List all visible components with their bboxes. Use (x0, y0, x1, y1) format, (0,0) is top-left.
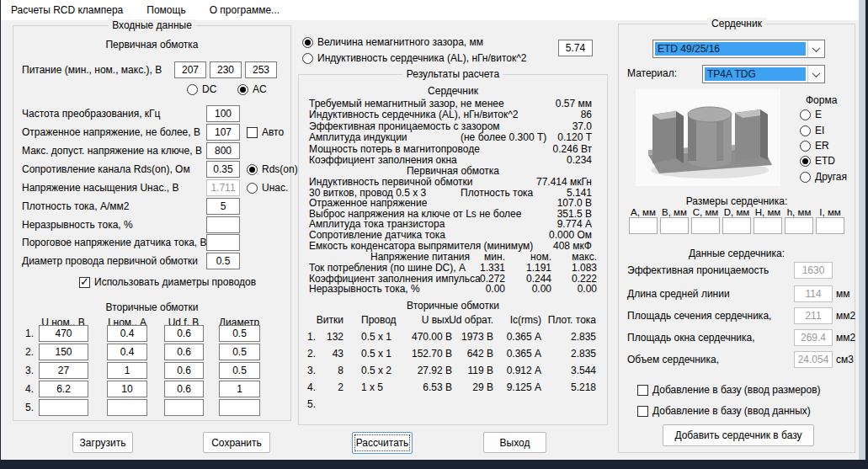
menu-item-calculations[interactable]: Расчеты RCD клампера (11, 0, 123, 20)
gap-value-input[interactable]: 5.74 (558, 40, 593, 56)
shape-radio-other[interactable]: Другая (800, 171, 847, 183)
shape-radio-etd-label: ETD (815, 155, 835, 167)
sec-input-inom-1[interactable]: 0.4 (107, 325, 147, 342)
sec-input-inom-4[interactable]: 10 (107, 381, 147, 397)
dim-input-i[interactable] (816, 217, 844, 234)
cell-udrev: 119 В (468, 362, 493, 379)
calculate-button[interactable]: Рассчитать (352, 432, 413, 454)
reflected-voltage-input[interactable]: 107 (206, 124, 240, 141)
al-radio[interactable]: Индуктивность сердечника (AL), нГн/виток… (302, 52, 526, 64)
dc-radio-label: DC (202, 83, 216, 95)
cell-icrms: 0.365 А (507, 328, 541, 345)
supply-min-input[interactable]: 207 (174, 61, 206, 78)
supply-label: Питание (мин., ном., макс.), В (22, 61, 162, 78)
core-volume-label: Объем сердечника, (627, 351, 719, 368)
current-density-input[interactable]: 5 (206, 198, 240, 215)
primary-wire-diameter-input[interactable]: 0.5 (206, 253, 240, 269)
dim-input-c[interactable] (691, 217, 720, 234)
menu-item-help[interactable]: Помощь (146, 0, 185, 20)
use-diameters-checkbox[interactable]: Использовать диаметры проводов (79, 276, 256, 288)
add-core-to-db-button[interactable]: Добавить сердечник в базу (663, 424, 814, 446)
sec-input-diam-3[interactable]: 0.5 (219, 362, 260, 379)
chevron-down-icon (812, 44, 821, 52)
add-to-db-data-checkbox-label: Добавление в базу (ввод данных) (652, 405, 811, 417)
material-select[interactable]: TP4A TDG (702, 65, 825, 83)
rds-radio[interactable]: Rds(on) (247, 163, 298, 175)
menu-item-about[interactable]: О программе... (210, 0, 280, 20)
sec-input-unom-3[interactable]: 27 (39, 362, 88, 379)
gap-size-radio[interactable]: Величина немагнитного зазора, мм (302, 36, 483, 48)
use-diameters-checkbox-label: Использовать диаметры проводов (94, 276, 256, 288)
dim-input-d[interactable] (722, 217, 751, 234)
continuity-input[interactable] (206, 216, 240, 233)
core-select-dropdown-button[interactable] (807, 40, 824, 57)
mean-path-label: Длина средней линии (627, 285, 730, 302)
results-group-title: Результаты расчета (402, 68, 503, 81)
shape-radio-e[interactable]: E (800, 109, 822, 120)
sec-input-unom-2[interactable]: 150 (39, 344, 88, 360)
input-data-group: Входные данные Первичная обмотка Питание… (13, 25, 291, 421)
sec-input-unom-1[interactable]: 470 (39, 325, 88, 342)
core-select[interactable]: ETD 49/25/16 (652, 40, 825, 58)
result-note: Плотность тока (461, 188, 533, 199)
row-number: 1. (307, 328, 316, 345)
sec-input-inom-2[interactable]: 0.4 (107, 344, 147, 360)
sec-input-udf-4[interactable]: 0.6 (164, 381, 204, 397)
add-to-db-data-checkbox[interactable]: Добавление в базу (ввод данных) (637, 405, 811, 417)
reflected-voltage-label: Отраженное напряжение, не более, В (22, 124, 200, 141)
shape-radio-etd[interactable]: ETD (800, 155, 835, 167)
material-label: Материал: (627, 65, 677, 82)
sec-input-diam-5[interactable] (219, 399, 260, 416)
sec-input-diam-1[interactable]: 0.5 (219, 325, 260, 342)
auto-checkbox[interactable]: Авто (247, 126, 284, 138)
dim-input-a[interactable] (629, 217, 658, 234)
shape-radio-er[interactable]: ER (800, 140, 829, 152)
dim-header-h-small: h, мм (782, 207, 816, 217)
sec-input-diam-2[interactable]: 0.5 (219, 344, 260, 360)
add-to-db-dimensions-checkbox[interactable]: Добавление в базу (ввод размеров) (637, 384, 821, 396)
supply-max-input[interactable]: 253 (245, 61, 277, 78)
sec-row-number: 2. (25, 344, 34, 360)
rds-input[interactable]: 0.35 (206, 161, 240, 178)
usat-radio-label: Uнас. (262, 182, 288, 194)
shape-radio-er-label: ER (815, 140, 829, 152)
result-note: (не более 0.300 Т) (461, 132, 546, 143)
save-button[interactable]: Сохранить (203, 432, 270, 453)
dim-input-h-big[interactable] (754, 217, 782, 234)
usat-radio[interactable]: Uнас. (247, 182, 288, 194)
sec-input-udf-5[interactable] (164, 399, 204, 416)
material-select-dropdown-button[interactable] (807, 66, 824, 83)
load-button[interactable]: Загрузить (72, 432, 133, 453)
sec-input-udf-1[interactable]: 0.6 (164, 325, 204, 342)
sec-input-unom-5[interactable] (39, 399, 88, 416)
exit-button[interactable]: Выход (483, 432, 546, 453)
freq-input[interactable]: 100 (206, 105, 240, 122)
sec-row-number: 4. (25, 381, 34, 397)
eff-permeability-label: Эффективная проницаемость (627, 262, 769, 279)
sec-input-inom-3[interactable]: 1 (107, 362, 147, 379)
supply-nom-input[interactable]: 230 (210, 61, 242, 78)
cell-density: 5.218 (571, 379, 596, 396)
dc-radio[interactable]: DC (187, 83, 216, 95)
dim-input-h-small[interactable] (785, 217, 813, 234)
sec-input-unom-4[interactable]: 6.2 (39, 381, 88, 397)
sec-input-udf-2[interactable]: 0.6 (164, 344, 204, 360)
dimensions-title: Размеры сердечника: (686, 196, 788, 207)
sec-input-inom-5[interactable] (107, 399, 147, 416)
result-label: Емкость конденсатора выпрямителя (миниму… (309, 240, 533, 252)
sec-input-diam-4[interactable]: 1 (219, 381, 260, 397)
sec-input-udf-3[interactable]: 0.6 (164, 362, 204, 379)
result-label: Индуктивность сердечника (AL), нГн/виток… (309, 109, 518, 120)
results-secondary-row: 5. (307, 396, 599, 413)
usat-input: 1.711 (206, 179, 240, 196)
sense-threshold-input[interactable] (206, 234, 240, 251)
cell-turns: 2 (338, 379, 343, 396)
cell-density: 2.835 (571, 328, 596, 345)
sec-row-number: 3. (25, 362, 34, 379)
shape-radio-ei[interactable]: EI (800, 125, 824, 136)
ac-radio[interactable]: AC (237, 83, 267, 95)
freq-label: Частота преобразования, кГц (22, 105, 161, 122)
dim-input-b[interactable] (660, 217, 689, 234)
max-switch-voltage-input[interactable]: 800 (206, 142, 240, 159)
sec-row-number: 5. (25, 399, 34, 416)
